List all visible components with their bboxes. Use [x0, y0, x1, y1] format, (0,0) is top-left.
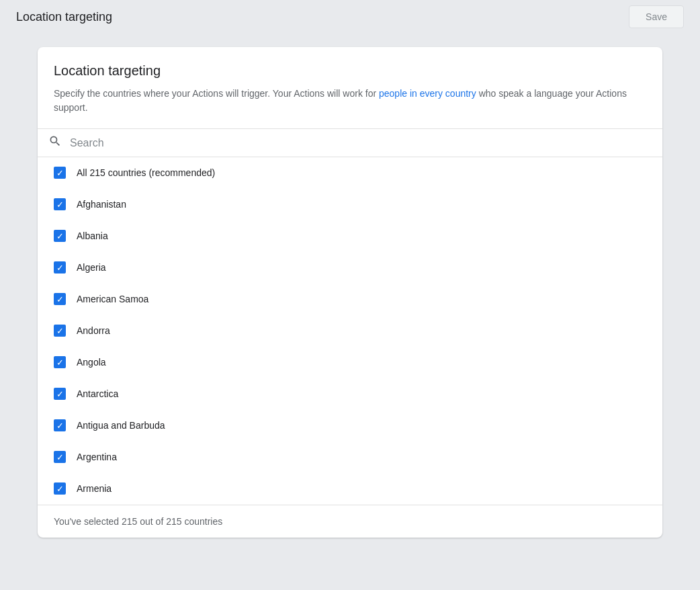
- list-item[interactable]: ✓Angola: [38, 347, 662, 378]
- search-input[interactable]: [70, 137, 652, 149]
- country-label: Albania: [77, 230, 108, 241]
- list-item[interactable]: ✓Algeria: [38, 252, 662, 284]
- checkbox[interactable]: ✓: [54, 198, 66, 210]
- card-title: Location targeting: [54, 63, 646, 79]
- checkmark-icon: ✓: [56, 200, 64, 209]
- country-label: Andorra: [77, 325, 110, 336]
- checkbox[interactable]: ✓: [54, 261, 66, 273]
- country-label: All 215 countries (recommended): [77, 167, 215, 178]
- search-icon: [48, 134, 62, 151]
- list-item[interactable]: ✓Antarctica: [38, 378, 662, 410]
- checkmark-icon: ✓: [56, 263, 64, 272]
- country-label: Antigua and Barbuda: [77, 420, 165, 431]
- checkbox[interactable]: ✓: [54, 293, 66, 305]
- top-bar: Location targeting Save: [0, 0, 700, 34]
- checkmark-icon: ✓: [56, 169, 64, 177]
- country-list[interactable]: ✓All 215 countries (recommended)✓Afghani…: [38, 157, 662, 505]
- checkbox[interactable]: ✓: [54, 230, 66, 242]
- checkbox[interactable]: ✓: [54, 388, 66, 400]
- location-targeting-card: Location targeting Specify the countries…: [38, 47, 662, 538]
- card-footer: You've selected 215 out of 215 countries: [38, 505, 662, 538]
- search-container: [38, 129, 662, 157]
- checkmark-icon: ✓: [56, 327, 64, 335]
- list-item[interactable]: ✓Andorra: [38, 315, 662, 347]
- checkmark-icon: ✓: [56, 232, 64, 241]
- checkbox[interactable]: ✓: [54, 167, 66, 179]
- list-item[interactable]: ✓Afghanistan: [38, 189, 662, 220]
- page-container: Location targeting Specify the countries…: [0, 34, 700, 551]
- checkmark-icon: ✓: [56, 421, 64, 430]
- checkbox[interactable]: ✓: [54, 325, 66, 337]
- list-item[interactable]: ✓Armenia: [38, 473, 662, 505]
- list-item[interactable]: ✓Argentina: [38, 441, 662, 473]
- checkbox[interactable]: ✓: [54, 451, 66, 463]
- country-label: American Samoa: [77, 294, 148, 304]
- checkmark-icon: ✓: [56, 390, 64, 398]
- checkbox[interactable]: ✓: [54, 356, 66, 368]
- list-item[interactable]: ✓Albania: [38, 220, 662, 252]
- card-description: Specify the countries where your Actions…: [54, 87, 646, 115]
- checkmark-icon: ✓: [56, 484, 64, 493]
- country-label: Afghanistan: [77, 199, 126, 210]
- list-item[interactable]: ✓Antigua and Barbuda: [38, 410, 662, 441]
- list-item[interactable]: ✓American Samoa: [38, 284, 662, 315]
- card-header: Location targeting Specify the countries…: [38, 47, 662, 129]
- checkmark-icon: ✓: [56, 453, 64, 462]
- list-item[interactable]: ✓All 215 countries (recommended): [38, 157, 662, 189]
- save-button[interactable]: Save: [629, 5, 684, 28]
- country-label: Antarctica: [77, 388, 118, 399]
- footer-text: You've selected 215 out of 215 countries: [54, 516, 222, 527]
- checkmark-icon: ✓: [56, 295, 64, 304]
- page-title: Location targeting: [16, 10, 112, 24]
- checkbox[interactable]: ✓: [54, 419, 66, 431]
- checkmark-icon: ✓: [56, 358, 64, 367]
- country-label: Argentina: [77, 452, 117, 462]
- country-label: Algeria: [77, 262, 106, 273]
- checkbox[interactable]: ✓: [54, 482, 66, 495]
- country-label: Angola: [77, 357, 106, 368]
- country-label: Armenia: [77, 483, 112, 494]
